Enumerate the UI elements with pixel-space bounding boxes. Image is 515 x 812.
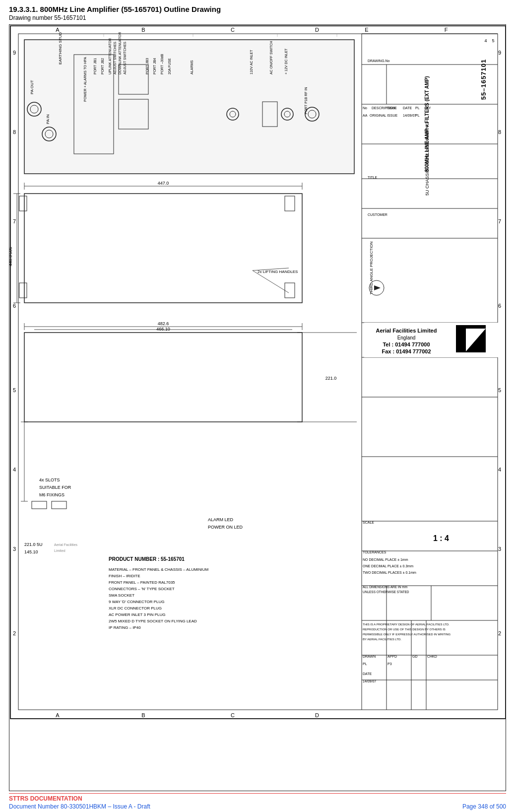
svg-text:Tel : 01494 777000: Tel : 01494 777000 — [383, 341, 430, 347]
svg-text:5: 5 — [13, 387, 16, 393]
svg-text:DRAWN: DRAWN — [363, 655, 376, 658]
drawing-number: Drawing number 55-1657101 — [9, 14, 506, 21]
svg-text:REPRODUCTION OR USE OF THIS DE: REPRODUCTION OR USE OF THIS DESIGN BY OT… — [363, 628, 446, 631]
svg-text:5: 5 — [498, 387, 501, 393]
svg-text:Limited: Limited — [54, 549, 65, 552]
svg-text:POWER + ALARMS TO HPA: POWER + ALARMS TO HPA — [83, 57, 87, 102]
svg-text:PORT JB4: PORT JB4 — [153, 58, 156, 74]
svg-text:POWER ON LED: POWER ON LED — [208, 525, 243, 530]
svg-text:D: D — [315, 27, 319, 33]
svg-text:Fax : 01494 777002: Fax : 01494 777002 — [382, 348, 431, 354]
svg-rect-135 — [285, 196, 295, 211]
svg-text:5U CHASSIS – OUTLINE DRAWING: 5U CHASSIS – OUTLINE DRAWING — [425, 122, 430, 196]
svg-text:8: 8 — [498, 129, 501, 135]
svg-text:PL: PL — [415, 106, 420, 110]
svg-text:BY: BY — [426, 106, 431, 110]
svg-text:8: 8 — [13, 129, 16, 135]
svg-text:ALARM LED: ALARM LED — [208, 517, 234, 522]
svg-text:PL: PL — [363, 662, 367, 666]
svg-text:110V AC INLET: 110V AC INLET — [250, 50, 253, 74]
svg-text:506: 506 — [9, 247, 13, 254]
svg-text:PA IN: PA IN — [46, 114, 50, 124]
svg-text:6: 6 — [498, 303, 501, 309]
svg-text:A: A — [56, 712, 60, 718]
svg-text:14/09/07: 14/09/07 — [403, 114, 416, 117]
svg-text:FRONT PANEL – PAINTED RAL7035: FRONT PANEL – PAINTED RAL7035 — [109, 580, 175, 585]
svg-text:XLR DC CONNECTOR PLUG: XLR DC CONNECTOR PLUG — [109, 606, 162, 610]
svg-text:4: 4 — [484, 38, 487, 43]
svg-text:ADJUST SWITCHES: ADJUST SWITCHES — [113, 42, 117, 74]
svg-text:England: England — [397, 335, 416, 340]
svg-text:6: 6 — [13, 303, 16, 309]
svg-text:447.0: 447.0 — [158, 181, 169, 186]
svg-text:14/09/07: 14/09/07 — [363, 679, 376, 683]
footer-page-info: Page 348 of 500 — [462, 803, 506, 810]
svg-text:Aerial Facilities Limited: Aerial Facilities Limited — [376, 328, 437, 334]
svg-text:UPLINK ATTENUATOR: UPLINK ATTENUATOR — [108, 38, 112, 74]
svg-text:ONE DECIMAL PLACE ± 0.3mm: ONE DECIMAL PLACE ± 0.3mm — [363, 564, 413, 568]
svg-text:PL: PL — [415, 114, 420, 117]
svg-text:CUSTOMER: CUSTOMER — [368, 213, 387, 216]
svg-text:221.0 5U: 221.0 5U — [24, 542, 43, 547]
svg-text:FINISH – IRIDITE: FINISH – IRIDITE — [109, 574, 140, 578]
svg-rect-136 — [285, 283, 295, 298]
svg-text:PORT –30dB: PORT –30dB — [160, 54, 164, 74]
svg-text:3: 3 — [498, 546, 501, 552]
svg-text:GD: GD — [412, 655, 418, 658]
svg-text:CHKD: CHKD — [427, 655, 437, 658]
svg-text:C: C — [231, 712, 235, 718]
svg-rect-133 — [19, 196, 27, 211]
svg-text:No: No — [363, 106, 367, 110]
svg-text:CONNECTORS – 'N' TYPE SOCKET: CONNECTORS – 'N' TYPE SOCKET — [109, 587, 175, 591]
svg-text:THIRD ANGLE PROJECTION: THIRD ANGLE PROJECTION — [369, 241, 374, 294]
svg-text:DATE: DATE — [363, 672, 372, 676]
svg-marker-61 — [374, 285, 381, 290]
svg-text:F: F — [445, 27, 448, 33]
svg-text:ORIGINAL ISSUE: ORIGINAL ISSUE — [370, 114, 397, 117]
svg-text:Aerial Facilities: Aerial Facilities — [54, 543, 78, 546]
svg-text:AC POWER INLET 3 PIN PLUG: AC POWER INLET 3 PIN PLUG — [109, 612, 166, 617]
svg-text:1 : 4: 1 : 4 — [433, 534, 449, 542]
svg-text:PRODUCT NUMBER : 55-165701: PRODUCT NUMBER : 55-165701 — [109, 556, 185, 562]
svg-text:2: 2 — [13, 630, 16, 636]
svg-text:PORT JB2: PORT JB2 — [101, 58, 104, 74]
svg-text:MATERIAL – FRONT PANEL & CHASS: MATERIAL – FRONT PANEL & CHASSIS – ALUMI… — [109, 567, 209, 572]
svg-text:4: 4 — [13, 467, 16, 473]
svg-text:PA OUT: PA OUT — [30, 80, 34, 94]
svg-text:PORT JB3: PORT JB3 — [145, 58, 149, 74]
svg-text:PORT P1B RF IN: PORT P1B RF IN — [304, 87, 308, 114]
drawing-svg: A B C D E F A B C D 9 8 7 6 5 4 3 2 — [9, 25, 506, 791]
svg-rect-132 — [24, 194, 302, 303]
svg-text:2W5 MIXED D TYPE SOCKET ON FLY: 2W5 MIXED D TYPE SOCKET ON FLYING LEAD — [109, 619, 197, 623]
svg-rect-163 — [52, 501, 66, 509]
page-container: 19.3.3.1. 800MHz Line Amplifier (55-1657… — [0, 0, 515, 812]
svg-text:TWO DECIMAL PLACES ± 0.1mm: TWO DECIMAL PLACES ± 0.1mm — [363, 571, 416, 574]
svg-text:SUITABLE FOR: SUITABLE FOR — [39, 485, 71, 490]
svg-text:2: 2 — [498, 630, 501, 636]
svg-text:ISSUE: ISSUE — [386, 106, 397, 110]
svg-text:SMA SOCKET: SMA SOCKET — [109, 593, 134, 598]
svg-text:PERMISSIBLE ONLY IF EXPRESSLY : PERMISSIBLE ONLY IF EXPRESSLY AUTHORISED… — [363, 633, 451, 636]
svg-text:A: A — [56, 27, 60, 33]
svg-text:B: B — [141, 712, 145, 718]
svg-text:D: D — [315, 712, 319, 718]
svg-text:ALL DIMENSIONS ARE IN mm: ALL DIMENSIONS ARE IN mm — [363, 585, 407, 589]
svg-text:440.0: 440.0 — [9, 255, 13, 267]
svg-text:7: 7 — [498, 218, 501, 224]
footer-bottom: Document Number 80-330501HBKM – Issue A … — [9, 803, 506, 810]
svg-text:NO DECIMAL PLACE ± 1mm: NO DECIMAL PLACE ± 1mm — [363, 558, 408, 561]
svg-text:E: E — [365, 27, 368, 33]
svg-text:7: 7 — [13, 218, 16, 224]
svg-text:+ 12V DC INLET: + 12V DC INLET — [284, 48, 288, 74]
svg-text:AC ON/OFF SWITCH: AC ON/OFF SWITCH — [269, 41, 273, 74]
svg-text:C: C — [231, 27, 235, 33]
svg-text:EARTHING STUD: EARTHING STUD — [58, 32, 63, 65]
svg-text:P3: P3 — [387, 662, 392, 666]
footer-divider — [9, 793, 506, 794]
svg-text:DRAWING.No: DRAWING.No — [368, 59, 390, 63]
svg-text:SCALE: SCALE — [363, 521, 374, 524]
svg-text:TOLERANCES: TOLERANCES — [363, 550, 386, 554]
footer-sttrs-label: STTRS DOCUMENTATION — [9, 795, 506, 802]
drawing-area: A B C D E F A B C D 9 8 7 6 5 4 3 2 — [9, 24, 506, 791]
footer-doc-number: Document Number 80-330501HBKM – Issue A … — [9, 803, 150, 810]
